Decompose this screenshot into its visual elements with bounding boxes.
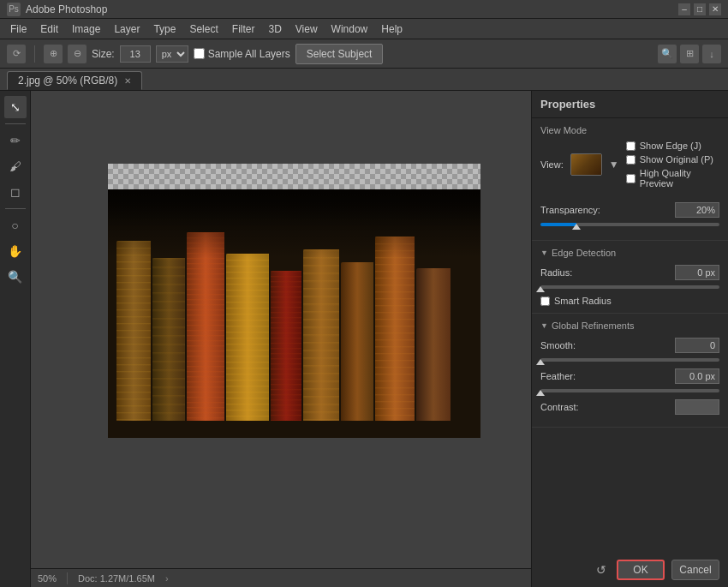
smart-radius-checkbox[interactable] xyxy=(540,296,550,306)
menu-help[interactable]: Help xyxy=(374,21,409,37)
show-edge-checkbox[interactable] xyxy=(626,141,636,151)
smooth-label: Smooth: xyxy=(540,340,576,350)
sample-all-layers-label[interactable]: Sample All Layers xyxy=(194,48,290,60)
reset-icon[interactable]: ↺ xyxy=(593,561,610,578)
transparency-value[interactable]: 20% xyxy=(675,202,719,218)
select-subject-button[interactable]: Select Subject xyxy=(295,44,384,64)
toolbar-right-icons: 🔍 ⊞ ↓ xyxy=(658,45,721,63)
radius-slider-thumb xyxy=(536,286,545,292)
size-input[interactable] xyxy=(120,45,151,63)
status-bar: 50% Doc: 1.27M/1.65M › xyxy=(31,568,531,587)
transparency-row: Transparency: 20% xyxy=(540,202,719,218)
brush-tool-icon[interactable]: ⟳ xyxy=(7,45,26,63)
canvas-image xyxy=(108,189,480,438)
properties-title: Properties xyxy=(532,91,728,118)
tool-separator-1 xyxy=(5,123,26,124)
smooth-slider[interactable] xyxy=(540,358,719,362)
feather-slider-container xyxy=(540,389,719,392)
eraser-icon[interactable]: ◻ xyxy=(4,181,27,203)
cancel-button[interactable]: Cancel xyxy=(671,560,719,580)
title-bar-text: Adobe Photoshop xyxy=(26,3,107,15)
paint-icon[interactable]: 🖌 xyxy=(4,155,27,177)
edge-detection-section: ▼ Edge Detection Radius: 0 px Smart Radi… xyxy=(532,241,728,314)
transparency-slider[interactable] xyxy=(540,223,719,226)
tool-separator-2 xyxy=(5,208,26,209)
radius-slider[interactable] xyxy=(540,285,719,289)
view-mode-row: View: ▼ Show Edge (J) Show Original (P) xyxy=(540,141,719,189)
contrast-value[interactable] xyxy=(675,399,719,415)
zoom-out-icon[interactable]: ⊖ xyxy=(68,45,87,63)
maximize-button[interactable]: □ xyxy=(694,3,706,15)
transparency-slider-container xyxy=(540,223,719,226)
radius-value[interactable]: 0 px xyxy=(675,265,719,280)
global-refinements-title: ▼ Global Refinements xyxy=(540,320,719,331)
view-mode-section: View Mode View: ▼ Show Edge (J) Show Ori… xyxy=(532,118,728,195)
menu-image[interactable]: Image xyxy=(65,21,107,37)
ok-button[interactable]: OK xyxy=(617,560,665,580)
smooth-row: Smooth: 0 xyxy=(540,338,719,353)
contrast-label: Contrast: xyxy=(540,402,579,412)
edge-detection-title: ▼ Edge Detection xyxy=(540,248,719,258)
doc-info: Doc: 1.27M/1.65M xyxy=(78,573,155,584)
zoom-level: 50% xyxy=(38,573,57,584)
show-original-checkbox-row[interactable]: Show Original (P) xyxy=(626,154,719,165)
menu-select[interactable]: Select xyxy=(182,21,224,37)
view-mode-options: Show Edge (J) Show Original (P) High Qua… xyxy=(626,141,719,189)
feather-slider[interactable] xyxy=(540,389,719,392)
high-quality-checkbox-row[interactable]: High Quality Preview xyxy=(626,168,719,189)
smart-radius-row[interactable]: Smart Radius xyxy=(540,296,719,306)
edge-detection-collapse[interactable]: ▼ xyxy=(540,249,548,257)
download-icon[interactable]: ↓ xyxy=(702,45,721,63)
zoom-tool-icon[interactable]: 🔍 xyxy=(4,266,27,288)
show-original-checkbox[interactable] xyxy=(626,155,636,165)
feather-value[interactable]: 0.0 px xyxy=(675,368,719,384)
hand-icon[interactable]: ✋ xyxy=(4,240,27,262)
tab-name: 2.jpg @ 50% (RGB/8) xyxy=(18,75,117,87)
lasso-icon[interactable]: ○ xyxy=(4,214,27,237)
view-thumbnail[interactable] xyxy=(570,153,602,176)
contrast-row: Contrast: xyxy=(540,399,719,415)
selection-tool-icon[interactable]: ⤡ xyxy=(4,96,27,118)
search-icon[interactable]: 🔍 xyxy=(658,45,677,63)
doc-info-arrow: › xyxy=(165,573,169,584)
transparency-label: Transparency: xyxy=(540,205,600,215)
global-refinements-collapse[interactable]: ▼ xyxy=(540,321,548,330)
menu-bar: File Edit Image Layer Type Select Filter… xyxy=(0,19,728,39)
radius-row: Radius: 0 px xyxy=(540,265,719,280)
document-tab[interactable]: 2.jpg @ 50% (RGB/8) ✕ xyxy=(7,71,142,90)
title-bar: Ps Adobe Photoshop – □ ✕ xyxy=(0,0,728,19)
minimize-button[interactable]: – xyxy=(678,3,690,15)
menu-file[interactable]: File xyxy=(3,21,33,37)
view-label: View: xyxy=(540,159,564,170)
show-edge-label: Show Edge (J) xyxy=(640,141,701,151)
close-button[interactable]: ✕ xyxy=(709,3,721,15)
menu-view[interactable]: View xyxy=(289,21,325,37)
zoom-in-icon[interactable]: ⊕ xyxy=(44,45,63,63)
size-dropdown[interactable]: px xyxy=(156,45,188,63)
show-original-label: Show Original (P) xyxy=(640,154,713,165)
transparency-section: Transparency: 20% xyxy=(532,195,728,241)
tab-close-button[interactable]: ✕ xyxy=(124,76,131,86)
menu-edit[interactable]: Edit xyxy=(33,21,65,37)
sample-all-layers-checkbox[interactable] xyxy=(194,48,205,59)
view-icon[interactable]: ⊞ xyxy=(680,45,699,63)
menu-window[interactable]: Window xyxy=(325,21,375,37)
view-mode-label: View Mode xyxy=(540,125,719,135)
title-bar-controls[interactable]: – □ ✕ xyxy=(678,3,721,15)
menu-layer[interactable]: Layer xyxy=(107,21,146,37)
properties-panel: Properties View Mode View: ▼ Show Edge (… xyxy=(531,91,728,587)
feather-label: Feather: xyxy=(540,371,576,381)
tools-panel: ⤡ ✏ 🖌 ◻ ○ ✋ 🔍 xyxy=(0,91,31,587)
menu-type[interactable]: Type xyxy=(146,21,182,37)
show-edge-checkbox-row[interactable]: Show Edge (J) xyxy=(626,141,719,151)
smooth-value[interactable]: 0 xyxy=(675,338,719,353)
view-dropdown-arrow[interactable]: ▼ xyxy=(609,159,619,171)
menu-3d[interactable]: 3D xyxy=(261,21,288,37)
high-quality-checkbox[interactable] xyxy=(626,174,636,183)
smooth-slider-container xyxy=(540,358,719,362)
ok-cancel-row: ↺ OK Cancel xyxy=(532,553,728,587)
brush-icon[interactable]: ✏ xyxy=(4,129,27,152)
menu-filter[interactable]: Filter xyxy=(225,21,262,37)
canvas-area: 50% Doc: 1.27M/1.65M › xyxy=(31,91,531,587)
app-icon: Ps xyxy=(7,3,21,16)
